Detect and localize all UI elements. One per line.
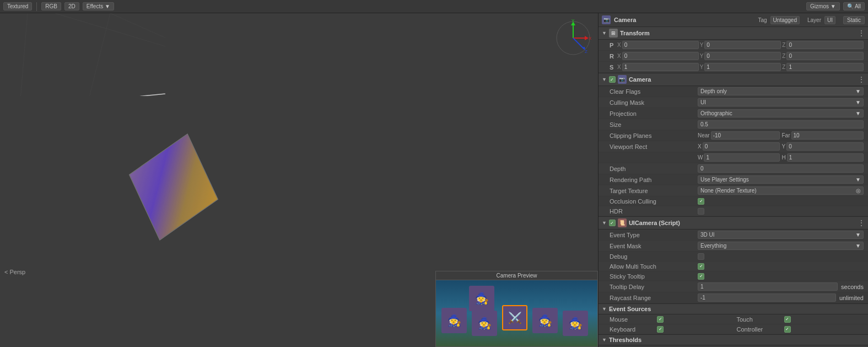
hdr-checkbox[interactable] — [698, 208, 704, 215]
scene-object — [129, 134, 218, 241]
uicamera-enable-checkbox[interactable]: ✓ — [609, 220, 616, 226]
far-input[interactable] — [791, 131, 864, 140]
event-sources-section: ▼ Event Sources Mouse ✓ Touch ✓ Keyboard… — [599, 304, 868, 335]
target-texture-row: Target Texture None (Render Texture) ◎ — [599, 185, 868, 196]
pos-z-input[interactable] — [786, 41, 864, 49]
mouse-checkbox[interactable]: ✓ — [657, 316, 664, 323]
allow-multi-touch-checkbox[interactable]: ✓ — [698, 263, 704, 270]
inspector-header: 📷 Camera Tag Untagged Layer UI Static — [599, 13, 868, 27]
svg-text:Y: Y — [572, 19, 575, 23]
camera-icon: 📷 — [618, 75, 627, 84]
clipping-planes-row: Clipping Planes Near Far — [599, 130, 868, 141]
clipping-planes-label: Clipping Planes — [610, 132, 698, 139]
thresholds-header[interactable]: ▼ Thresholds — [599, 335, 868, 345]
raycast-range-input[interactable] — [698, 293, 836, 302]
uicamera-section-header[interactable]: ▼ ✓ 📜 UICamera (Script) ⋮ — [599, 217, 868, 229]
char-5: 🧙 — [563, 311, 588, 336]
camera-menu-btn[interactable]: ⋮ — [858, 76, 865, 83]
2d-button[interactable]: 2D — [64, 2, 79, 10]
clear-flags-label: Clear Flags — [610, 88, 698, 95]
rot-x-input[interactable] — [622, 52, 699, 60]
viewport-w-input[interactable] — [704, 153, 779, 162]
camera-section-header[interactable]: ▼ ✓ 📷 Camera ⋮ — [599, 73, 868, 86]
transform-title: Transform — [620, 30, 650, 36]
tag-value[interactable]: Untagged — [770, 16, 800, 24]
culling-mask-dropdown[interactable]: UI ▼ — [698, 98, 864, 106]
event-type-dropdown[interactable]: 3D UI ▼ — [698, 231, 864, 239]
layers-button[interactable]: 🔍 All — [843, 2, 865, 10]
debug-label: Debug — [610, 253, 698, 260]
allow-multi-touch-label: Allow Multi Touch — [610, 263, 698, 270]
event-type-row: Event Type 3D UI ▼ — [599, 229, 868, 241]
transform-header[interactable]: ▼ ⊞ Transform ⋮ — [599, 27, 868, 40]
rot-z-input[interactable] — [786, 52, 864, 60]
camera-arrow: ▼ — [602, 77, 607, 82]
scale-x-input[interactable] — [622, 63, 699, 71]
controller-checkbox[interactable]: ✓ — [784, 326, 791, 333]
layer-value[interactable]: UI — [824, 16, 835, 24]
uicamera-title: UICamera (Script) — [629, 220, 680, 226]
p-label: P — [610, 42, 617, 49]
char-2: 🧙 — [472, 311, 497, 336]
svg-text:Z: Z — [585, 49, 587, 54]
static-badge[interactable]: Static — [843, 16, 865, 24]
scale-y-input[interactable] — [704, 63, 781, 71]
camera-preview-title: Camera Preview — [436, 271, 597, 280]
tooltip-delay-label: Tooltip Delay — [610, 284, 698, 290]
transform-icon: ⊞ — [609, 29, 618, 38]
transform-rotation-row: R X Y Z — [599, 51, 868, 62]
char-1: 🧙 — [441, 308, 467, 333]
tag-label: Tag — [758, 17, 767, 23]
inspector-title: Camera — [614, 17, 636, 23]
uicamera-menu-btn[interactable]: ⋮ — [858, 219, 865, 227]
near-input[interactable] — [711, 131, 780, 140]
keyboard-checkbox[interactable]: ✓ — [657, 326, 664, 333]
target-texture-dropdown[interactable]: None (Render Texture) ◎ — [698, 186, 864, 195]
rot-y-input[interactable] — [704, 52, 781, 60]
debug-row: Debug — [599, 252, 868, 261]
channel-button[interactable]: RGB — [41, 2, 61, 10]
scale-z-input[interactable] — [786, 63, 864, 71]
hdr-label: HDR — [610, 208, 698, 215]
viewport-y-input[interactable] — [786, 142, 864, 151]
pos-y-input[interactable] — [704, 41, 781, 49]
clear-flags-dropdown[interactable]: Depth only ▼ — [698, 87, 864, 95]
projection-dropdown[interactable]: Orthographic ▼ — [698, 109, 864, 118]
touch-label: Touch — [737, 316, 781, 323]
textured-button[interactable]: Textured — [3, 2, 32, 10]
debug-checkbox[interactable] — [698, 253, 704, 260]
occlusion-culling-checkbox[interactable]: ✓ — [698, 198, 704, 205]
projection-row: Projection Orthographic ▼ — [599, 108, 868, 119]
effects-button[interactable]: Effects ▼ — [83, 2, 114, 10]
culling-mask-label: Culling Mask — [610, 99, 698, 106]
transform-scale-row: S X Y Z — [599, 62, 868, 73]
transform-menu-btn[interactable]: ⋮ — [858, 29, 865, 37]
event-type-label: Event Type — [610, 232, 698, 238]
touch-checkbox[interactable]: ✓ — [784, 316, 791, 323]
viewport-x-input[interactable] — [703, 142, 780, 151]
scene-view[interactable]: Y X Z < Persp Camera Preview 🧙 🧙 ⚔️ 🧙 🧙 … — [0, 13, 598, 347]
transform-section: ▼ ⊞ Transform ⋮ P X Y — [599, 27, 868, 73]
size-input[interactable] — [698, 120, 864, 129]
tooltip-delay-input[interactable] — [698, 282, 838, 291]
thresholds-arrow: ▼ — [602, 337, 607, 343]
gizmos-button[interactable]: Gizmos ▼ — [806, 2, 840, 10]
depth-input[interactable] — [698, 164, 864, 173]
viewport-row-2: W H — [599, 152, 868, 163]
viewport-label: Viewport Rect — [610, 143, 698, 150]
event-sources-title: Event Sources — [609, 306, 651, 312]
camera-enable-checkbox[interactable]: ✓ — [609, 76, 616, 83]
raycast-range-label: Raycast Range — [610, 295, 698, 301]
layer-label: Layer — [807, 17, 821, 23]
viewport-h-input[interactable] — [787, 153, 864, 162]
svg-marker-38 — [585, 36, 589, 40]
mouse-label: Mouse — [610, 316, 654, 323]
sticky-tooltip-checkbox[interactable]: ✓ — [698, 273, 704, 280]
pos-x-input[interactable] — [622, 41, 699, 49]
event-mask-dropdown[interactable]: Everything ▼ — [698, 242, 864, 250]
char-3-selected: ⚔️ — [502, 305, 527, 330]
allow-multi-touch-row: Allow Multi Touch ✓ — [599, 261, 868, 271]
rendering-path-dropdown[interactable]: Use Player Settings ▼ — [698, 175, 864, 184]
event-sources-header[interactable]: ▼ Event Sources — [599, 304, 868, 314]
tooltip-delay-row: Tooltip Delay seconds — [599, 281, 868, 292]
